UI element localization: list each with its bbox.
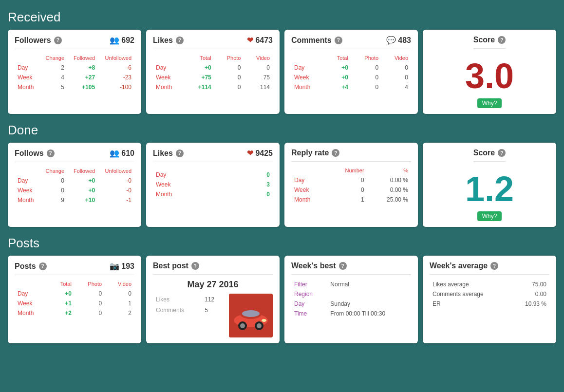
- wb-filter-value: Normal: [327, 280, 411, 289]
- best-post-card: Best post ? May 27 2016 Likes 112 Commen…: [146, 256, 280, 343]
- rl-col-total: Total: [186, 54, 214, 63]
- comments-help-icon[interactable]: ?: [335, 37, 342, 44]
- fw-period-day: Day: [15, 176, 39, 186]
- done-likes-card: Likes ? ❤ 9425 Day 0 Week: [146, 143, 280, 227]
- wa-likes-value: 75.00: [510, 280, 549, 289]
- table-row: Region: [291, 289, 411, 299]
- cm-video-day: 0: [381, 63, 411, 73]
- rl-photo-month: 0: [214, 82, 244, 92]
- cm-col-photo: Photo: [351, 54, 381, 63]
- done-likes-stats-table: Day 0 Week 3 Month 0: [153, 167, 273, 199]
- change-day: 2: [39, 63, 67, 73]
- weeks-average-help-icon[interactable]: ?: [490, 262, 498, 270]
- done-likes-count-area: ❤ 9425: [247, 149, 273, 158]
- best-post-likes-value: 112: [203, 295, 223, 304]
- done-likes-help-icon[interactable]: ?: [176, 149, 184, 157]
- received-likes-help-icon[interactable]: ?: [176, 37, 184, 44]
- table-row: Day 0: [153, 170, 273, 180]
- reply-rate-label: Reply rate: [291, 149, 329, 157]
- wa-er-label: ER: [430, 299, 510, 309]
- best-post-comments-label: Comments: [154, 305, 202, 315]
- dl-period-month: Month: [153, 189, 238, 199]
- follows-help-icon[interactable]: ?: [47, 149, 55, 157]
- rl-video-month: 114: [244, 82, 273, 92]
- follows-header: Follows ? 👥 610: [15, 149, 134, 162]
- rr-number-week: 0: [327, 185, 367, 195]
- done-score-help-icon[interactable]: ?: [498, 149, 506, 157]
- best-post-info: Likes 112 Comments 5: [153, 294, 224, 337]
- cm-period-week: Week: [291, 73, 325, 82]
- period-week: Week: [15, 73, 39, 82]
- followers-help-icon[interactable]: ?: [54, 37, 62, 44]
- po-period-day: Day: [15, 289, 48, 299]
- cm-col-period: [291, 54, 325, 63]
- weeks-average-header: Week's average ?: [430, 261, 549, 275]
- fw-change-day: 0: [39, 176, 67, 186]
- best-post-date: May 27 2016: [153, 280, 273, 290]
- weeks-best-header: Week's best ?: [291, 261, 411, 275]
- table-row: Comments 5: [154, 305, 223, 315]
- best-post-help-icon[interactable]: ?: [191, 262, 199, 270]
- followers-label: Followers: [15, 36, 51, 45]
- weeks-best-help-icon[interactable]: ?: [339, 262, 347, 270]
- done-score-why-button[interactable]: Why?: [477, 211, 502, 221]
- done-score-card: Score ? 1.2 Why?: [423, 143, 556, 227]
- unfollowed-month: -100: [98, 82, 134, 92]
- follows-count-area: 👥 610: [110, 149, 134, 158]
- table-row: Week +0 0 0: [291, 73, 411, 82]
- cm-col-video: Video: [381, 54, 411, 63]
- weeks-best-card: Week's best ? Filter Normal Region Day S…: [284, 256, 418, 343]
- comments-header: Comments ? 💬 483: [291, 36, 411, 49]
- po-photo-week: 0: [75, 299, 105, 308]
- table-row: Likes 112: [154, 295, 223, 304]
- followers-count-area: 👥 692: [110, 36, 134, 45]
- table-row: Month +114 0 114: [153, 82, 273, 92]
- dl-period-week: Week: [153, 180, 238, 189]
- rr-col-period: [291, 167, 327, 175]
- rr-number-day: 0: [327, 175, 367, 185]
- followed-day: +8: [67, 63, 98, 73]
- table-row: Day 0 +0 -0: [15, 176, 134, 186]
- done-score-value: 1.2: [465, 171, 514, 206]
- received-score-why-button[interactable]: Why?: [477, 98, 502, 108]
- table-row: Month 5 +105 -100: [15, 82, 134, 92]
- comments-stats-table: Total Photo Video Day +0 0 0 Week +0 0 0: [291, 54, 411, 92]
- change-month: 5: [39, 82, 67, 92]
- rr-percent-week: 0.00 %: [367, 185, 411, 195]
- weeks-best-label: Week's best: [291, 261, 336, 270]
- rr-col-percent: %: [367, 167, 411, 175]
- best-post-content: Likes 112 Comments 5: [153, 294, 273, 337]
- followers-col-change: Change: [39, 54, 67, 63]
- po-total-month: +2: [48, 308, 75, 318]
- reply-rate-stats-table: Number % Day 0 0.00 % Week 0 0.00 % Mont…: [291, 167, 411, 205]
- received-likes-stats-table: Total Photo Video Day +0 0 0 Week +75 0 …: [153, 54, 273, 92]
- posts-card: Posts ? 📷 193 Total Photo Video Day +0: [8, 256, 141, 343]
- followed-week: +27: [67, 73, 98, 82]
- received-score-help-icon[interactable]: ?: [498, 36, 506, 44]
- wb-region-value: [327, 289, 411, 299]
- wb-filter-key: Filter: [291, 280, 327, 289]
- table-row: Likes average 75.00: [430, 280, 549, 289]
- reply-rate-help-icon[interactable]: ?: [332, 149, 339, 157]
- table-row: ER 10.93 %: [430, 299, 549, 309]
- wa-likes-label: Likes average: [430, 280, 510, 289]
- posts-count-area: 📷 193: [110, 261, 134, 271]
- po-total-day: +0: [48, 289, 75, 299]
- weeks-average-label: Week's average: [430, 261, 488, 270]
- followers-col-unfollowed: Unfollowed: [98, 54, 134, 63]
- po-photo-day: 0: [75, 289, 105, 299]
- cm-video-week: 0: [381, 73, 411, 82]
- table-row: Week +75 0 75: [153, 73, 273, 82]
- done-score-label: Score: [473, 149, 495, 157]
- po-col-video: Video: [105, 280, 134, 289]
- posts-help-icon[interactable]: ?: [39, 262, 47, 270]
- table-row: Day Sunday: [291, 299, 411, 309]
- table-row: Week 3: [153, 180, 273, 189]
- table-row: Week 0 +0 -0: [15, 186, 134, 195]
- svg-point-4: [242, 310, 260, 317]
- table-row: Week +1 0 1: [15, 299, 134, 308]
- done-likes-count: 9425: [255, 149, 273, 158]
- change-week: 4: [39, 73, 67, 82]
- best-post-label: Best post: [153, 261, 188, 270]
- table-row: Day 2 +8 -6: [15, 63, 134, 73]
